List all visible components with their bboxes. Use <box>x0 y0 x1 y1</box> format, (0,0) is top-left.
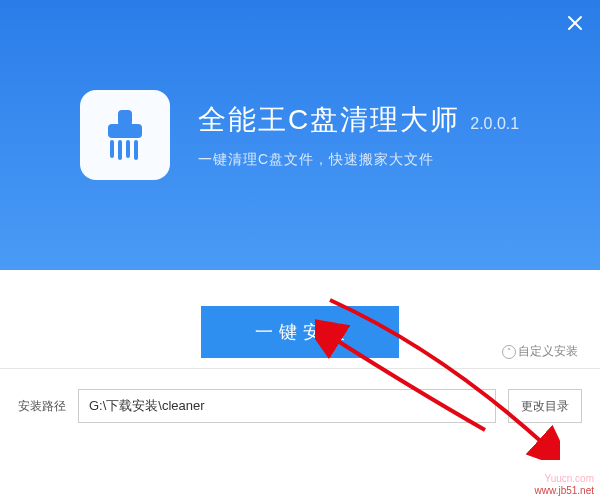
app-logo <box>80 90 170 180</box>
svg-rect-6 <box>126 140 130 158</box>
svg-rect-7 <box>134 140 138 160</box>
path-input[interactable] <box>78 389 496 423</box>
brush-icon <box>98 106 152 164</box>
custom-install-label: 自定义安装 <box>518 343 578 360</box>
app-version: 2.0.0.1 <box>470 115 519 133</box>
chevron-up-icon: ˄ <box>502 345 516 359</box>
app-subtitle: 一键清理C盘文件，快速搬家大文件 <box>198 151 519 169</box>
watermark-line-1: Yuucn.com <box>535 473 594 485</box>
action-area: 一键安装 ˄ 自定义安装 <box>0 270 600 368</box>
install-path-row: 安装路径 更改目录 <box>0 369 600 443</box>
svg-rect-4 <box>110 140 114 158</box>
svg-rect-3 <box>108 124 142 138</box>
app-title: 全能王C盘清理大师 <box>198 101 460 139</box>
hero-text: 全能王C盘清理大师 2.0.0.1 一键清理C盘文件，快速搬家大文件 <box>198 101 519 169</box>
custom-install-toggle[interactable]: ˄ 自定义安装 <box>502 343 578 360</box>
svg-rect-2 <box>118 110 132 126</box>
change-dir-button[interactable]: 更改目录 <box>508 389 582 423</box>
svg-rect-5 <box>118 140 122 160</box>
close-button[interactable] <box>560 8 590 38</box>
watermark-line-2: www.jb51.net <box>535 485 594 497</box>
hero-banner: 全能王C盘清理大师 2.0.0.1 一键清理C盘文件，快速搬家大文件 <box>0 0 600 270</box>
path-label: 安装路径 <box>18 398 66 415</box>
close-icon <box>567 15 583 31</box>
install-button[interactable]: 一键安装 <box>201 306 399 358</box>
watermark: Yuucn.com www.jb51.net <box>535 473 594 497</box>
